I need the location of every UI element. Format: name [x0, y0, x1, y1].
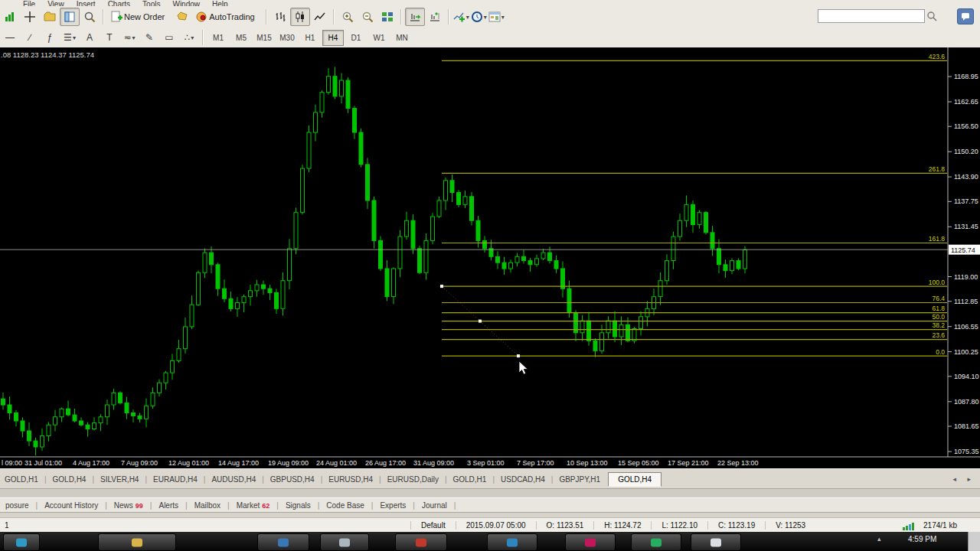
- timeframe-w1-button[interactable]: W1: [368, 30, 390, 46]
- text-label-button[interactable]: T: [100, 28, 119, 47]
- template-icon: [488, 11, 501, 23]
- taskbar-app-button[interactable]: [98, 533, 176, 551]
- chart-tab-gold-h1[interactable]: GOLD,H1: [449, 474, 492, 485]
- periods-button[interactable]: ▾: [470, 8, 488, 26]
- timeframe-h1-button[interactable]: H1: [299, 30, 321, 46]
- candlestick-chart-button[interactable]: [290, 8, 310, 26]
- menu-item[interactable]: Charts: [108, 0, 130, 6]
- status-field: L: 1122.10: [651, 521, 707, 530]
- chart-tab-gbpusd-h4[interactable]: GBPUSD,H4: [266, 474, 319, 485]
- timeframe-m5-button[interactable]: M5: [230, 30, 252, 46]
- new-chart-button[interactable]: [0, 8, 20, 26]
- tray-expand-icon[interactable]: ▴: [877, 535, 881, 543]
- autotrading-icon: [195, 11, 207, 23]
- show-desktop-button[interactable]: [968, 532, 980, 551]
- price-tick-label: 1094.10: [954, 373, 979, 380]
- chart-shift-button[interactable]: [425, 8, 445, 26]
- text-button[interactable]: A: [80, 28, 100, 47]
- app-icon: [278, 538, 289, 546]
- search-button[interactable]: [925, 9, 939, 23]
- chart-tab-gold-h4[interactable]: GOLD,H4: [48, 474, 91, 485]
- menu-item[interactable]: Help: [212, 0, 228, 6]
- timeframe-h4-button[interactable]: H4: [322, 30, 344, 46]
- candlestick-icon: [294, 11, 306, 23]
- taskbar-app-button[interactable]: [565, 533, 616, 551]
- zoom-out-button[interactable]: [358, 8, 377, 26]
- terminal-tab-mailbox[interactable]: Mailbox: [189, 501, 226, 510]
- toolbar-separator: [202, 30, 204, 45]
- menu-item[interactable]: Window: [172, 0, 200, 6]
- taskbar-app-button[interactable]: [257, 533, 309, 551]
- channels-button[interactable]: ☰▾: [60, 28, 80, 47]
- tab-scroll-arrows[interactable]: ◂ ▸: [952, 475, 975, 483]
- timeframe-m30-button[interactable]: M30: [276, 30, 298, 46]
- chart-tab-gbpjpy-h1[interactable]: GBPJPY,H1: [554, 474, 605, 485]
- chart-tab-euraud-h4[interactable]: EURAUD,H4: [149, 474, 202, 485]
- timeframe-mn-button[interactable]: MN: [391, 30, 413, 46]
- strategy-tester-button[interactable]: [80, 8, 100, 26]
- timeframe-m15-button[interactable]: M15: [253, 30, 275, 46]
- terminal-tab-news[interactable]: News99: [109, 501, 149, 510]
- timeframe-m1-button[interactable]: M1: [207, 30, 229, 46]
- trend-line-button[interactable]: ∕: [20, 28, 40, 47]
- community-chat-button[interactable]: [957, 8, 974, 24]
- chart-tab-audusd-h4[interactable]: AUDUSD,H4: [207, 474, 260, 485]
- taskbar-app-button[interactable]: [3, 533, 40, 551]
- terminal-tab-account-history[interactable]: Account History: [39, 501, 103, 510]
- dropdown-caret-icon: ▾: [466, 14, 469, 21]
- zoom-in-button[interactable]: [338, 8, 358, 26]
- gann-lines-button[interactable]: ≂▾: [119, 28, 139, 47]
- fibonacci-retracement-button[interactable]: ƒ: [40, 28, 60, 47]
- menu-item[interactable]: File: [23, 0, 35, 6]
- taskbar-app-button[interactable]: [395, 533, 447, 551]
- crosshair-button[interactable]: [20, 8, 40, 26]
- horizontal-line-button[interactable]: —: [0, 28, 20, 47]
- chart-tab-gold-h4[interactable]: GOLD,H4: [608, 472, 662, 487]
- terminal-tab-alerts[interactable]: Alerts: [153, 501, 184, 510]
- templates-button[interactable]: ▾: [488, 8, 505, 26]
- fib-handle[interactable]: [517, 354, 520, 357]
- tab-separator: |: [262, 475, 264, 484]
- history-center-button[interactable]: [172, 8, 192, 26]
- chart-tab-eurusd-h4[interactable]: EURUSD,H4: [324, 474, 377, 485]
- connection-bars-icon: [902, 521, 916, 530]
- terminal-tab-posure[interactable]: posure: [0, 501, 34, 510]
- new-order-button[interactable]: New Order: [107, 8, 172, 26]
- indicators-button[interactable]: ▾: [452, 8, 470, 26]
- fib-handle[interactable]: [440, 285, 443, 288]
- terminal-tab-code-base[interactable]: Code Base: [321, 501, 369, 510]
- taskbar-app-button[interactable]: [631, 533, 681, 551]
- taskbar-app-button[interactable]: [487, 533, 537, 551]
- market-watch-button[interactable]: [60, 8, 80, 26]
- chart-tab-gold-h1[interactable]: GOLD,H1: [0, 474, 43, 485]
- chart-tab-eurusd-daily[interactable]: EURUSD,Daily: [383, 474, 443, 485]
- menu-item[interactable]: Insert: [77, 0, 96, 6]
- profiles-button[interactable]: [40, 8, 60, 26]
- status-profile[interactable]: Default: [410, 521, 456, 530]
- bar-chart-button[interactable]: [270, 8, 290, 26]
- terminal-tab-experts[interactable]: Experts: [374, 501, 411, 510]
- dropdown-caret-icon: ▾: [73, 34, 76, 41]
- taskbar-app-button[interactable]: [320, 533, 369, 551]
- taskbar-app-button[interactable]: [691, 533, 741, 551]
- terminal-tab-journal[interactable]: Journal: [416, 501, 452, 510]
- tile-windows-button[interactable]: [377, 8, 397, 26]
- search-input[interactable]: [818, 9, 925, 23]
- tab-separator: |: [445, 475, 447, 484]
- cycle-lines-button[interactable]: ∴▾: [179, 28, 199, 47]
- autotrading-button[interactable]: AutoTrading: [192, 8, 263, 26]
- fib-handle[interactable]: [479, 320, 482, 323]
- shapes-button[interactable]: ▭: [159, 28, 179, 47]
- line-chart-button[interactable]: [310, 8, 330, 26]
- auto-scroll-button[interactable]: [405, 8, 425, 26]
- menu-item[interactable]: View: [47, 0, 64, 6]
- chart-canvas[interactable]: 423.6261.8161.8100.076.461.850.038.223.6…: [0, 47, 980, 468]
- arrows-button[interactable]: ✎: [139, 28, 159, 47]
- terminal-tab-market[interactable]: Market62: [231, 501, 276, 510]
- chart-tab-silver-h4[interactable]: SILVER,H4: [96, 474, 143, 485]
- chart-tab-usdcad-h4[interactable]: USDCAD,H4: [496, 474, 550, 485]
- timeframe-d1-button[interactable]: D1: [345, 30, 367, 46]
- terminal-tab-signals[interactable]: Signals: [280, 501, 316, 510]
- menu-item[interactable]: Tools: [142, 0, 160, 6]
- fib-label: 0.0: [936, 348, 945, 356]
